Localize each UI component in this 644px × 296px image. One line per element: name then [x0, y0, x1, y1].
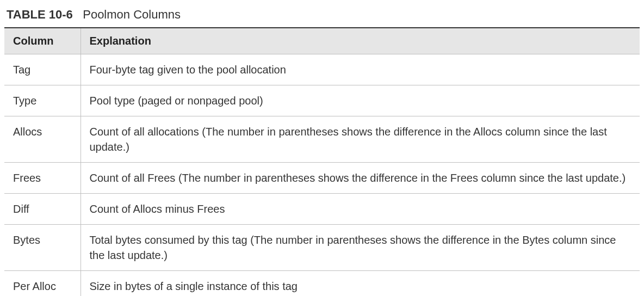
cell-explanation: Count of Allocs minus Frees	[81, 194, 640, 225]
cell-column: Type	[4, 85, 81, 116]
cell-column: Frees	[4, 163, 81, 194]
cell-explanation: Size in bytes of a single instance of th…	[81, 271, 640, 297]
table-caption: TABLE 10-6 Poolmon Columns	[4, 4, 640, 27]
cell-explanation: Pool type (paged or nonpaged pool)	[81, 85, 640, 116]
cell-explanation: Count of all Frees (The number in parent…	[81, 163, 640, 194]
table-caption-label: TABLE 10-6	[7, 8, 73, 21]
table-row: Type Pool type (paged or nonpaged pool)	[4, 85, 640, 116]
cell-explanation: Total bytes consumed by this tag (The nu…	[81, 225, 640, 271]
header-explanation: Explanation	[81, 28, 640, 54]
table-header-row: Column Explanation	[4, 28, 640, 54]
header-column: Column	[4, 28, 81, 54]
cell-explanation: Count of all allocations (The number in …	[81, 116, 640, 163]
table-row: Diff Count of Allocs minus Frees	[4, 194, 640, 225]
table-row: Tag Four-byte tag given to the pool allo…	[4, 54, 640, 85]
table-row: Per Alloc Size in bytes of a single inst…	[4, 271, 640, 297]
cell-column: Allocs	[4, 116, 81, 163]
poolmon-table: Column Explanation Tag Four-byte tag giv…	[4, 27, 640, 296]
table-row: Bytes Total bytes consumed by this tag (…	[4, 225, 640, 271]
table-caption-title: Poolmon Columns	[83, 8, 181, 21]
table-row: Frees Count of all Frees (The number in …	[4, 163, 640, 194]
cell-column: Bytes	[4, 225, 81, 271]
cell-column: Per Alloc	[4, 271, 81, 297]
table-row: Allocs Count of all allocations (The num…	[4, 116, 640, 163]
cell-explanation: Four-byte tag given to the pool allocati…	[81, 54, 640, 85]
cell-column: Tag	[4, 54, 81, 85]
cell-column: Diff	[4, 194, 81, 225]
